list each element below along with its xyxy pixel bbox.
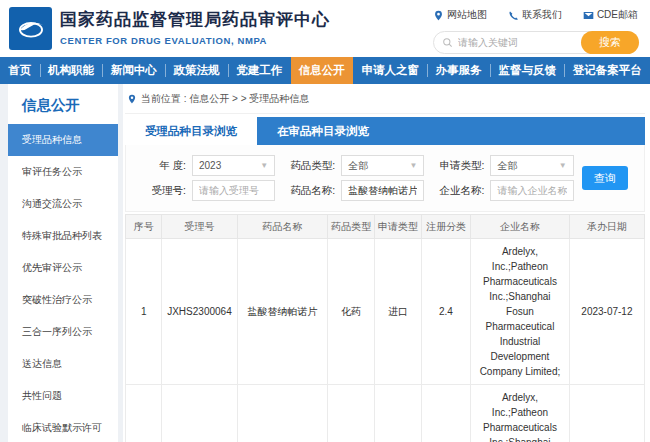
breadcrumb: 当前位置 : 信息公开 > > 受理品种信息 <box>125 84 645 114</box>
nav-item[interactable]: 登记备案平台 <box>564 57 650 84</box>
contact-link[interactable]: 联系我们 <box>508 8 562 22</box>
company-input[interactable] <box>490 180 573 201</box>
contact-label: 联系我们 <box>522 8 562 22</box>
site-header: 国家药品监督管理局药品审评中心 CENTER FOR DRUG EVALUATI… <box>0 0 650 57</box>
cell-drug-name: 盐酸替纳帕诺片 <box>237 385 328 442</box>
sitemap-link[interactable]: 网站地图 <box>433 8 487 22</box>
apply-type-field-group: 申请类型: 全部 ▼ <box>424 155 573 176</box>
results-table: 序号受理号药品名称药品类型申请类型注册分类企业名称承办日期 1 JXHS2300… <box>125 214 645 442</box>
chevron-down-icon: ▼ <box>260 161 268 170</box>
nav-item[interactable]: 申请人之窗 <box>353 57 427 84</box>
main-panel: 当前位置 : 信息公开 > > 受理品种信息 受理品种目录浏览 在审品种目录浏览… <box>123 84 650 442</box>
drug-name-input[interactable] <box>341 180 424 201</box>
cde-logo <box>9 7 52 50</box>
table-header-cell: 序号 <box>126 215 162 239</box>
breadcrumb-text: 当前位置 : 信息公开 > > 受理品种信息 <box>141 92 309 106</box>
phone-icon <box>508 10 519 21</box>
sidebar-item[interactable]: 送达信息 <box>8 348 118 380</box>
sidebar-item[interactable]: 突破性治疗公示 <box>8 284 118 316</box>
apply-type-label: 申请类型: <box>424 159 484 173</box>
acceptance-no-field-group: 受理号: <box>126 180 275 201</box>
mail-icon <box>583 10 594 21</box>
header-search: 搜索 <box>433 31 638 54</box>
location-pin-icon <box>127 94 137 104</box>
cell-drug-type: 化药 <box>328 385 375 442</box>
sidebar-item[interactable]: 沟通交流公示 <box>8 188 118 220</box>
chevron-down-icon: ▼ <box>409 161 417 170</box>
nav-item[interactable]: 信息公开 <box>291 57 354 84</box>
search-icon <box>442 37 453 48</box>
cell-apply-type: 进口 <box>375 239 422 385</box>
year-label: 年 度: <box>126 159 186 173</box>
search-button[interactable]: 搜索 <box>581 31 639 54</box>
cell-drug-name: 盐酸替纳帕诺片 <box>237 239 328 385</box>
site-title: 国家药品监督管理局药品审评中心 <box>60 8 330 31</box>
table-header-cell: 注册分类 <box>421 215 470 239</box>
header-tools: 网站地图 联系我们 CDE邮箱 搜索 <box>433 8 638 54</box>
cell-apply-type: 进口 <box>375 385 422 442</box>
acceptance-no-label: 受理号: <box>126 184 186 198</box>
content-area: 信息公开 受理品种信息 审评任务公示 沟通交流公示 特殊审批品种列表 优先审评公… <box>0 84 650 442</box>
sidebar-item[interactable]: 受理品种信息 <box>8 124 118 156</box>
tab-under-review-catalog[interactable]: 在审品种目录浏览 <box>257 117 389 145</box>
table-header-cell: 企业名称 <box>471 215 570 239</box>
chevron-down-icon: ▼ <box>559 161 567 170</box>
table-header-cell: 承办日期 <box>569 215 644 239</box>
year-field-group: 年 度: 2023 ▼ <box>126 155 275 176</box>
sidebar-title: 信息公开 <box>8 84 118 124</box>
drug-type-field-group: 药品类型: 全部 ▼ <box>275 155 424 176</box>
mailbox-link[interactable]: CDE邮箱 <box>583 8 638 22</box>
cell-index: 1 <box>126 239 162 385</box>
cell-reg-class: 2.4 <box>421 385 470 442</box>
nav-item[interactable]: 新闻中心 <box>102 57 165 84</box>
sidebar-item[interactable]: 审评任务公示 <box>8 156 118 188</box>
nav-item[interactable]: 机构职能 <box>40 57 103 84</box>
nav-item[interactable]: 党建工作 <box>228 57 291 84</box>
logo-swoosh-icon <box>14 12 48 46</box>
drug-name-label: 药品名称: <box>275 184 335 198</box>
cell-index: 2 <box>126 385 162 442</box>
site-subtitle: CENTER FOR DRUG EVALUATION, NMPA <box>60 35 330 46</box>
drug-type-value: 全部 <box>348 159 368 173</box>
nav-item[interactable]: 政策法规 <box>165 57 228 84</box>
nav-item[interactable]: 办事服务 <box>427 57 490 84</box>
cell-reg-class: 2.4 <box>421 239 470 385</box>
cell-date: 2023-07-12 <box>569 385 644 442</box>
year-value: 2023 <box>199 160 221 171</box>
sitemap-label: 网站地图 <box>447 8 487 22</box>
table-header-cell: 药品类型 <box>328 215 375 239</box>
search-input[interactable] <box>458 37 577 48</box>
table-header-cell: 受理号 <box>162 215 237 239</box>
company-field-group: 企业名称: <box>424 180 573 201</box>
sidebar-item[interactable]: 临床试验默示许可 <box>8 412 118 442</box>
drug-name-field-group: 药品名称: <box>275 180 424 201</box>
nav-item[interactable]: 监督与反馈 <box>490 57 564 84</box>
year-select[interactable]: 2023 ▼ <box>192 155 275 176</box>
query-button[interactable]: 查询 <box>582 166 628 190</box>
table-header-row: 序号受理号药品名称药品类型申请类型注册分类企业名称承办日期 <box>126 215 645 239</box>
nav-item[interactable]: 首页 <box>0 57 40 84</box>
quick-links: 网站地图 联系我们 CDE邮箱 <box>433 8 638 22</box>
cell-acceptance-no: JXHS2300063 <box>162 385 237 442</box>
filter-form: 年 度: 2023 ▼ 药品类型: 全部 ▼ 申请类型: <box>125 145 645 212</box>
table-header-cell: 申请类型 <box>375 215 422 239</box>
drug-type-select[interactable]: 全部 ▼ <box>341 155 424 176</box>
sidebar-menu: 受理品种信息 审评任务公示 沟通交流公示 特殊审批品种列表 优先审评公示 突破性… <box>8 124 118 442</box>
cell-company: Ardelyx, Inc.;Patheon Pharmaceuticals In… <box>471 239 570 385</box>
apply-type-value: 全部 <box>497 159 517 173</box>
brand-text: 国家药品监督管理局药品审评中心 CENTER FOR DRUG EVALUATI… <box>60 8 330 46</box>
sidebar: 信息公开 受理品种信息 审评任务公示 沟通交流公示 特殊审批品种列表 优先审评公… <box>8 84 118 442</box>
apply-type-select[interactable]: 全部 ▼ <box>490 155 573 176</box>
sidebar-item[interactable]: 特殊审批品种列表 <box>8 220 118 252</box>
company-label: 企业名称: <box>424 184 484 198</box>
acceptance-no-input[interactable] <box>192 180 275 201</box>
sidebar-item[interactable]: 三合一序列公示 <box>8 316 118 348</box>
sidebar-item[interactable]: 共性问题 <box>8 380 118 412</box>
tab-bar: 受理品种目录浏览 在审品种目录浏览 <box>125 117 645 145</box>
table-row[interactable]: 2 JXHS2300063 盐酸替纳帕诺片 化药 进口 2.4 Ardelyx,… <box>126 385 645 442</box>
map-pin-icon <box>433 10 444 21</box>
sidebar-item[interactable]: 优先审评公示 <box>8 252 118 284</box>
table-row[interactable]: 1 JXHS2300064 盐酸替纳帕诺片 化药 进口 2.4 Ardelyx,… <box>126 239 645 385</box>
table-header-cell: 药品名称 <box>237 215 328 239</box>
tab-accepted-catalog[interactable]: 受理品种目录浏览 <box>125 117 257 145</box>
